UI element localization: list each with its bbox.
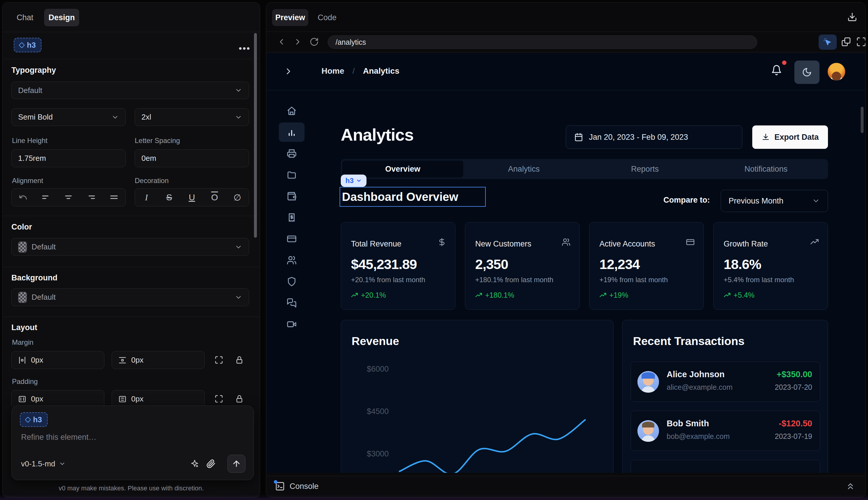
download-icon[interactable] — [847, 12, 857, 22]
sidebar-item-cards[interactable] — [279, 229, 304, 249]
fullscreen-icon[interactable] — [856, 36, 866, 47]
select-element-tool[interactable] — [819, 34, 837, 50]
transaction-row[interactable] — [631, 460, 820, 473]
font-weight-select[interactable]: Semi Bold — [11, 108, 126, 126]
stat-sub: +5.4% from last month — [724, 276, 818, 284]
align-left-icon[interactable] — [38, 189, 54, 206]
trend-up-icon — [599, 292, 606, 299]
user-avatar[interactable] — [828, 63, 845, 80]
back-icon[interactable] — [277, 37, 286, 46]
sidebar-item-wallet[interactable] — [279, 186, 304, 206]
refine-composer: h3 Refine this element… v0-1.5-md — [11, 406, 254, 480]
line-height-input[interactable]: 1.75rem — [11, 149, 126, 167]
strikethrough-icon[interactable]: S — [161, 189, 177, 206]
revenue-line-chart — [395, 359, 604, 473]
padding-x-input[interactable]: 0px — [11, 390, 104, 408]
bar-chart-icon — [287, 127, 297, 137]
more-options-button[interactable]: ••• — [239, 44, 253, 54]
color-value: Default — [32, 242, 56, 251]
tab-design[interactable]: Design — [44, 9, 79, 26]
breadcrumb-separator: / — [352, 66, 355, 76]
divider — [3, 317, 260, 317]
export-data-button[interactable]: Export Data — [752, 125, 828, 149]
transaction-row[interactable]: Alice Johnson alice@example.com +$350.00… — [631, 362, 820, 402]
align-right-icon[interactable] — [83, 189, 100, 206]
sidebar-item-home[interactable] — [279, 101, 304, 121]
sidebar-item-files[interactable] — [279, 165, 304, 184]
margin-x-value: 0px — [31, 355, 43, 365]
selected-heading-outline[interactable]: Dashboard Overview — [339, 187, 486, 207]
download-icon — [762, 133, 770, 141]
console-status-dot — [274, 480, 277, 484]
refresh-icon[interactable] — [310, 37, 319, 46]
padding-expand-icon[interactable] — [211, 391, 227, 407]
stat-sub: +180.1% from last month — [475, 276, 569, 284]
transaction-row[interactable]: Bob Smith bob@example.com -$120.50 2023-… — [631, 411, 820, 451]
element-tag-badge[interactable]: h3 — [341, 174, 367, 187]
font-size-select[interactable]: 2xl — [135, 108, 249, 126]
align-center-icon[interactable] — [60, 189, 77, 206]
sidebar-item-messages[interactable] — [279, 293, 304, 312]
align-justify-icon[interactable] — [106, 189, 122, 206]
margin-y-input[interactable]: 0px — [112, 351, 205, 369]
tab-analytics[interactable]: Analytics — [463, 160, 584, 178]
breadcrumb-home[interactable]: Home — [322, 66, 344, 76]
sidebar-item-invoices[interactable] — [279, 144, 304, 163]
send-button[interactable] — [227, 455, 245, 473]
padding-lock-icon[interactable] — [231, 391, 247, 407]
margin-expand-icon[interactable] — [211, 352, 227, 368]
composer-input[interactable]: Refine this element… — [21, 433, 96, 442]
preview-scrollbar[interactable] — [861, 107, 864, 133]
sidebar-expand-icon[interactable] — [283, 66, 293, 76]
url-input[interactable]: /analytics — [328, 35, 757, 49]
selected-element-badge[interactable]: h3 — [14, 38, 42, 52]
overline-icon[interactable]: O — [206, 189, 223, 206]
forward-icon[interactable] — [293, 37, 302, 46]
underline-icon[interactable]: U — [184, 189, 200, 206]
transactions-title: Recent Transactions — [633, 335, 744, 348]
letter-spacing-input[interactable]: 0em — [135, 149, 249, 167]
sidebar-item-users[interactable] — [279, 251, 304, 270]
background-select[interactable]: Default — [11, 288, 249, 306]
credit-card-icon — [287, 234, 297, 244]
stat-label: New Customers — [475, 239, 569, 249]
app-header: Home / Analytics — [267, 53, 865, 90]
tab-code[interactable]: Code — [318, 13, 337, 22]
sidebar-item-analytics[interactable] — [279, 123, 304, 142]
model-select[interactable]: v0-1.5-md — [21, 459, 66, 468]
sparkles-icon[interactable] — [186, 456, 203, 472]
app-sidebar — [267, 90, 316, 473]
calendar-icon — [574, 133, 583, 141]
composer-element-badge[interactable]: h3 — [20, 412, 48, 427]
margin-lock-icon[interactable] — [231, 352, 247, 368]
console-bar[interactable]: Console — [267, 476, 865, 497]
preview-panel: Preview Code /analytics Home / Analytics — [266, 2, 866, 498]
italic-icon[interactable]: I — [138, 189, 154, 206]
divider — [3, 59, 260, 59]
sidebar-item-security[interactable] — [279, 272, 304, 291]
margin-x-input[interactable]: 0px — [11, 351, 104, 369]
tab-notifications[interactable]: Notifications — [706, 160, 826, 178]
chevrons-up-icon[interactable] — [845, 481, 855, 491]
transaction-date: 2023-07-20 — [775, 383, 812, 391]
tab-chat[interactable]: Chat — [17, 13, 33, 22]
date-range-button[interactable]: Jan 20, 2023 - Feb 09, 2023 — [566, 125, 742, 149]
undo-icon[interactable] — [15, 189, 31, 206]
users-icon — [287, 255, 297, 265]
font-select[interactable]: Default — [11, 82, 249, 99]
copy-icon[interactable] — [841, 36, 851, 47]
panel-scrollbar[interactable] — [254, 33, 257, 238]
sidebar-item-receipts[interactable] — [279, 208, 304, 227]
sidebar-item-video[interactable] — [279, 315, 304, 334]
theme-toggle[interactable] — [794, 60, 820, 84]
tab-preview[interactable]: Preview — [272, 9, 308, 26]
no-decoration-icon[interactable]: ∅ — [229, 189, 245, 206]
compare-select[interactable]: Previous Month — [721, 190, 828, 212]
bell-icon[interactable] — [771, 65, 782, 76]
padding-vertical-icon — [118, 395, 127, 403]
tab-reports[interactable]: Reports — [585, 160, 706, 178]
padding-y-input[interactable]: 0px — [112, 390, 205, 408]
paperclip-icon[interactable] — [203, 456, 219, 472]
stat-label: Growth Rate — [724, 239, 818, 249]
color-select[interactable]: Default — [11, 238, 249, 256]
